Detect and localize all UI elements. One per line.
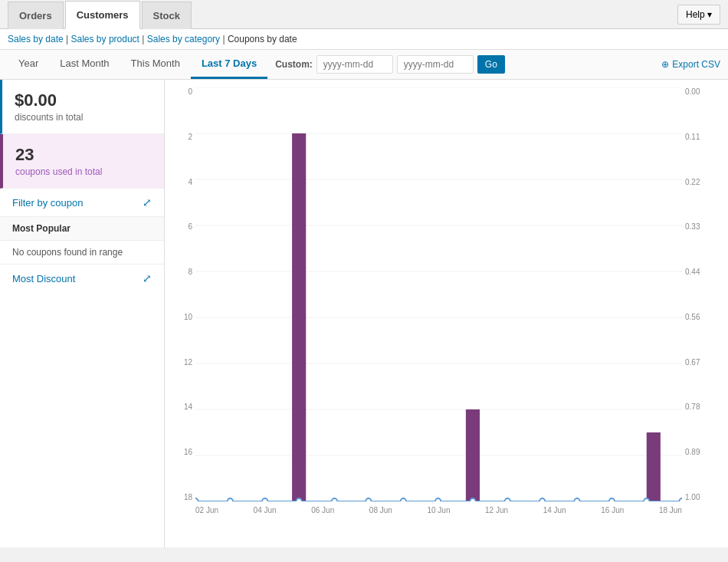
discounts-label: discounts in total: [15, 112, 152, 123]
coupons-stat-card: 23 coupons used in total: [0, 134, 164, 189]
y-axis-right: 1.00 0.89 0.78 0.67 0.56 0.44 0.33 0.22 …: [682, 87, 713, 501]
export-csv-button[interactable]: ⊕ Export CSV: [661, 59, 720, 70]
tab-last-7-days[interactable]: Last 7 Days: [191, 50, 267, 79]
custom-date-from[interactable]: [316, 55, 393, 74]
discounts-value: $0.00: [15, 90, 152, 110]
custom-date-to[interactable]: [397, 55, 474, 74]
period-tabs-bar: Year Last Month This Month Last 7 Days C…: [0, 50, 728, 80]
most-discount-section[interactable]: Most Discount ⤢: [0, 265, 164, 292]
main-content: $0.00 discounts in total 23 coupons used…: [0, 80, 728, 547]
custom-label: Custom:: [275, 59, 313, 70]
export-icon: ⊕: [661, 59, 669, 70]
most-popular-header: Most Popular: [0, 217, 164, 241]
bar-18jun: [647, 432, 661, 501]
sub-nav: Sales by date | Sales by product | Sales…: [0, 29, 728, 50]
link-sales-by-category[interactable]: Sales by category: [147, 34, 220, 44]
y-axis-left: 18 16 14 12 10 8 6 4 2 0: [172, 87, 195, 501]
tab-orders[interactable]: Orders: [8, 2, 64, 29]
go-button[interactable]: Go: [477, 55, 505, 74]
tab-customers[interactable]: Customers: [65, 1, 140, 29]
tab-last-month[interactable]: Last Month: [49, 50, 120, 79]
coupons-label: coupons used in total: [15, 166, 152, 177]
tab-stock[interactable]: Stock: [142, 2, 192, 29]
chart-svg: [195, 87, 682, 501]
top-nav: Orders Customers Stock Help ▾: [0, 0, 728, 29]
tab-year[interactable]: Year: [8, 50, 49, 79]
filter-expand-icon[interactable]: ⤢: [143, 196, 152, 209]
link-sales-by-product[interactable]: Sales by product: [71, 34, 139, 44]
link-coupons-by-date[interactable]: Coupons by date: [228, 34, 297, 44]
help-button[interactable]: Help ▾: [677, 5, 720, 25]
filter-coupon-label: Filter by coupon: [12, 197, 84, 209]
x-axis-labels: 02 Jun 04 Jun 06 Jun 08 Jun 10 Jun 12 Ju…: [195, 501, 682, 532]
link-sales-by-date[interactable]: Sales by date: [8, 34, 64, 44]
bar-06jun: [292, 133, 306, 501]
coupons-value: 23: [15, 145, 152, 165]
chart-wrapper: 18 16 14 12 10 8 6 4 2 0 1.00 0.89 0.78 …: [172, 87, 713, 532]
discounts-stat-card: $0.00 discounts in total: [0, 80, 164, 134]
most-discount-label: Most Discount: [12, 273, 75, 284]
left-panel: $0.00 discounts in total 23 coupons used…: [0, 80, 165, 547]
tab-this-month[interactable]: This Month: [120, 50, 191, 79]
most-discount-expand-icon[interactable]: ⤢: [143, 272, 152, 284]
no-coupons-item: No coupons found in range: [0, 241, 164, 265]
custom-date-section: Custom: Go: [275, 55, 505, 74]
chart-area: 18 16 14 12 10 8 6 4 2 0 1.00 0.89 0.78 …: [165, 80, 728, 547]
filter-by-coupon-section[interactable]: Filter by coupon ⤢: [0, 189, 164, 217]
bar-12jun: [466, 409, 480, 501]
